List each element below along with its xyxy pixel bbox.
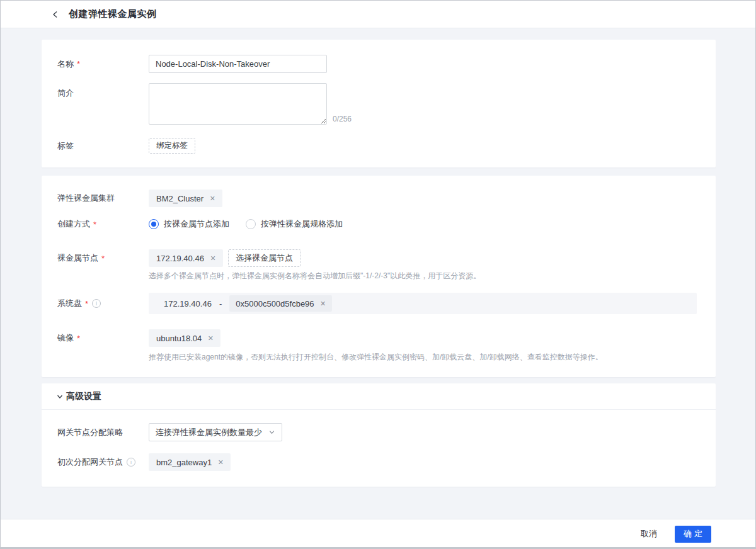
disk-separator: - [219,299,222,308]
initial-gateway-tag: bm2_gateway1 × [149,453,231,471]
select-node-button[interactable]: 选择裸金属节点 [228,249,301,267]
system-disk-strip: 172.19.40.46 - 0x5000c500d5fcbe96 × [149,293,697,314]
image-hint-text: 推荐使用已安装agent的镜像，否则无法执行打开控制台、修改弹性裸金属实例密码、… [149,351,697,363]
basic-info-card: 名称 * 简介 0/256 标签 绑定标签 [42,40,716,167]
system-disk-label: 系统盘 * i [57,298,149,309]
name-row: 名称 * [57,55,700,73]
chevron-down-icon [56,393,64,400]
required-asterisk: * [93,220,96,229]
intro-label: 简介 [57,83,149,99]
initial-gateway-row: 初次分配网关节点 i bm2_gateway1 × [57,453,700,471]
remove-image-tag-icon[interactable]: × [208,334,213,342]
info-icon[interactable]: i [92,299,101,308]
initial-gateway-label: 初次分配网关节点 i [57,456,149,468]
name-input[interactable] [149,55,327,73]
remove-gateway-tag-icon[interactable]: × [218,458,223,467]
radio-unselected-icon [246,219,256,229]
radio-option-by-spec[interactable]: 按弹性裸金属规格添加 [246,218,343,230]
required-asterisk: * [77,334,80,343]
cluster-tag: BM2_Cluster × [149,190,222,207]
name-label: 名称 * [57,59,149,70]
footer-action-bar: 取消 确定 [1,519,755,548]
radio-selected-icon [149,219,159,229]
image-row: 镜像 * ubuntu18.04 × [57,329,700,347]
intro-textarea[interactable] [149,83,327,125]
page-title: 创建弹性裸金属实例 [69,8,157,20]
gateway-policy-value: 连接弹性裸金属实例数量最少 [156,427,262,438]
disk-tag: 0x5000c500d5fcbe96 × [229,295,332,312]
gateway-policy-label: 网关节点分配策略 [57,427,149,438]
required-asterisk: * [77,59,80,69]
remove-node-tag-icon[interactable]: × [210,254,215,263]
select-chevron-down-icon [268,429,275,436]
advanced-settings-toggle[interactable]: 高级设置 [42,383,716,410]
info-icon[interactable]: i [127,458,135,467]
cluster-label: 弹性裸金属集群 [57,193,149,204]
cluster-row: 弹性裸金属集群 BM2_Cluster × [57,190,700,207]
node-row: 裸金属节点 * 172.19.40.46 × 选择裸金属节点 [57,249,700,267]
image-tag: ubuntu18.04 × [149,329,220,347]
config-card: 弹性裸金属集群 BM2_Cluster × 创建方式 * 按裸金属节点添加 [42,176,716,377]
char-counter: 0/256 [333,115,352,125]
confirm-button[interactable]: 确定 [675,526,711,543]
image-label: 镜像 * [57,332,149,344]
system-disk-row: 系统盘 * i 172.19.40.46 - 0x5000c500d5fcbe9… [57,293,700,314]
tags-label: 标签 [57,140,149,152]
disk-node-ip: 172.19.40.46 [164,299,212,308]
back-chevron-icon [51,10,60,19]
cancel-button[interactable]: 取消 [632,524,666,543]
create-mode-row: 创建方式 * 按裸金属节点添加 按弹性裸金属规格添加 [57,219,700,229]
gateway-policy-select[interactable]: 连接弹性裸金属实例数量最少 [149,423,282,441]
remove-disk-tag-icon[interactable]: × [321,299,326,308]
create-bare-metal-instance-page: 创建弹性裸金属实例 名称 * 简介 0/256 标签 [0,0,756,549]
node-hint-text: 选择多个裸金属节点时，弹性裸金属实例名称将会自动增加后缀"-1/-2/-3"以此… [149,270,697,281]
node-label: 裸金属节点 * [57,252,149,264]
advanced-settings-card: 高级设置 网关节点分配策略 连接弹性裸金属实例数量最少 初次分配网关节点 i [42,383,716,487]
back-button[interactable] [51,10,60,19]
gateway-policy-row: 网关节点分配策略 连接弹性裸金属实例数量最少 [57,423,700,441]
intro-row: 简介 0/256 [57,83,700,125]
tags-row: 标签 绑定标签 [57,138,700,154]
node-tag: 172.19.40.46 × [149,249,223,267]
radio-option-by-node[interactable]: 按裸金属节点添加 [149,218,229,230]
required-asterisk: * [85,299,88,308]
create-mode-label: 创建方式 * [57,218,149,230]
page-header: 创建弹性裸金属实例 [1,1,755,28]
remove-cluster-tag-icon[interactable]: × [210,194,215,203]
advanced-settings-title: 高级设置 [66,391,101,402]
bind-tag-button[interactable]: 绑定标签 [149,138,195,154]
required-asterisk: * [101,254,105,263]
